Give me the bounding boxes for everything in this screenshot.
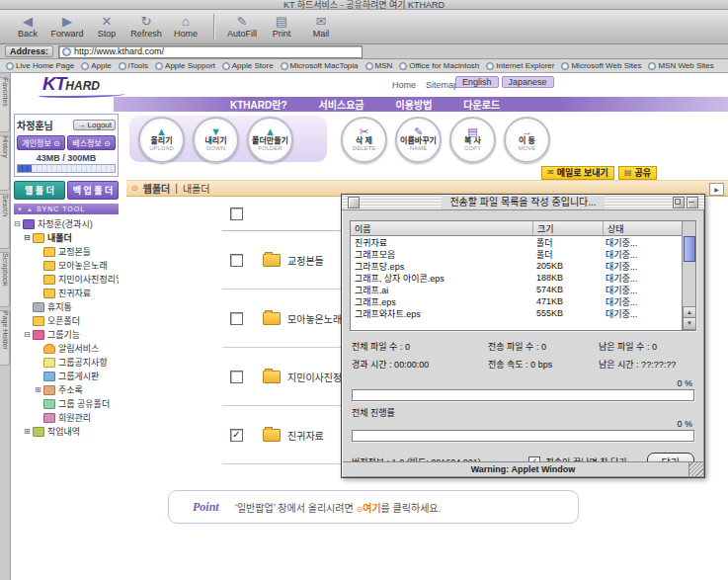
- row-checkbox[interactable]: ✓: [230, 429, 243, 442]
- download-button[interactable]: ▼내리기DOWN: [193, 117, 239, 163]
- favorite-link[interactable]: Office for Macintosh: [399, 61, 479, 70]
- sitemap-link[interactable]: Sitemap: [426, 80, 458, 90]
- file-row[interactable]: 그래프모음폴더대기중...: [351, 248, 683, 260]
- make-folder-button[interactable]: ▲폴더만들기FOLDER: [247, 117, 293, 163]
- folder-name[interactable]: 교정본들: [287, 253, 324, 268]
- favorite-link[interactable]: Internet Explorer: [486, 61, 554, 70]
- scroll-down-arrow[interactable]: ▼: [683, 317, 696, 330]
- expander-icon[interactable]: ⊞: [35, 383, 43, 397]
- elapsed-time: 경과 시간 : 00:00:00: [352, 358, 488, 371]
- favorite-link[interactable]: Apple: [81, 61, 111, 70]
- autofill-button[interactable]: ✎AutoFill: [222, 15, 262, 39]
- here-link[interactable]: 여기: [363, 503, 380, 514]
- tree-item[interactable]: 교정본들: [14, 245, 119, 259]
- home-link[interactable]: Home: [392, 80, 416, 90]
- send-mail-button[interactable]: ✉메일로 보내기: [541, 166, 614, 180]
- nav-howto[interactable]: 이용방법: [396, 97, 433, 112]
- service-info-button[interactable]: 베스정보 ⊙: [67, 135, 116, 150]
- favorite-link[interactable]: iTools: [119, 61, 148, 70]
- expander-icon[interactable]: ⊟: [24, 231, 33, 245]
- folder-name[interactable]: 모아놓은노래: [287, 311, 342, 326]
- tree-item[interactable]: 회원관리: [14, 411, 119, 425]
- print-button[interactable]: ▤Print: [262, 15, 301, 39]
- personal-info-button[interactable]: 개인정보 ⊙: [17, 135, 65, 150]
- tree-item-trash[interactable]: 휴지통: [14, 300, 119, 314]
- forward-button[interactable]: ▶Forward: [47, 15, 87, 39]
- select-all-checkbox[interactable]: [230, 207, 243, 220]
- rename-button[interactable]: ✎이름바꾸기NAME: [395, 117, 442, 163]
- file-row[interactable]: 그라프당.eps205KB대기중...: [351, 260, 683, 272]
- nav-download[interactable]: 다운로드: [463, 97, 500, 112]
- tree-item[interactable]: 진귀자료: [14, 287, 119, 300]
- tab-search[interactable]: Search: [0, 194, 10, 249]
- tab-history[interactable]: History: [0, 135, 10, 191]
- japanese-button[interactable]: Japanese: [502, 76, 554, 88]
- row-checkbox[interactable]: [230, 371, 243, 383]
- logout-button[interactable]: → Logout: [73, 120, 116, 130]
- file-row[interactable]: 그래프.ai574KB대기중...: [351, 284, 683, 295]
- folder-name[interactable]: 진귀자료: [287, 428, 324, 443]
- address-input[interactable]: http://www.kthard.com/: [58, 45, 363, 58]
- row-checkbox[interactable]: [230, 254, 243, 267]
- tree-item[interactable]: 그룹 공유폴더: [14, 397, 119, 411]
- favorite-link[interactable]: Apple Store: [222, 61, 274, 70]
- tree-item[interactable]: 알림서비스: [14, 342, 119, 356]
- backup-folder-button[interactable]: 백 업 폴 더: [67, 181, 119, 200]
- window-titlebar[interactable]: KT 하드서비스 - 공유하려면 여기 KTHARD: [0, 0, 728, 10]
- delete-button[interactable]: ✂삭 제DELETE: [341, 117, 387, 163]
- tab-page-holder[interactable]: Page Holder: [0, 310, 10, 366]
- scrollbar-thumb[interactable]: [684, 236, 695, 262]
- expander-icon[interactable]: ⊟: [14, 217, 23, 231]
- tab-favorites[interactable]: Favorites: [0, 77, 10, 132]
- tree-item[interactable]: 지민이사진정리일부: [14, 273, 119, 287]
- tab-scrapbook[interactable]: Scrapbook: [0, 252, 10, 307]
- breadcrumb-current-folder[interactable]: 내폴더: [183, 181, 210, 196]
- window-close-box[interactable]: [348, 197, 360, 208]
- favorite-link[interactable]: Apple Support: [155, 61, 215, 70]
- favorite-link[interactable]: Live Home Page: [6, 61, 74, 70]
- move-button[interactable]: →이 동MOVE: [504, 117, 550, 163]
- back-button[interactable]: ◀Back: [8, 15, 47, 39]
- tree-item-open-folder[interactable]: 오픈폴더: [14, 314, 119, 328]
- breadcrumb-web-folder[interactable]: 웹폴더: [143, 181, 171, 196]
- nav-about[interactable]: KTHARD란?: [230, 97, 287, 112]
- expander-icon[interactable]: ⊞: [24, 425, 33, 439]
- tree-item[interactable]: 모아놓은노래: [14, 259, 119, 273]
- favorite-link[interactable]: Microsoft MacTopia: [281, 61, 359, 70]
- resize-grip[interactable]: [688, 461, 703, 476]
- mail-icon: ✉: [301, 15, 341, 29]
- sync-toolbar[interactable]: ▼ ▲ SYNC TOOL: [14, 204, 119, 214]
- window-collapse-box[interactable]: [687, 197, 698, 208]
- tree-item[interactable]: ⊞주소록: [14, 383, 119, 397]
- expand-right-button[interactable]: ▶: [709, 183, 724, 196]
- web-folder-button[interactable]: 웹 폴 더: [14, 181, 65, 200]
- dialog-titlebar[interactable]: 전송할 파일 목록을 작성 중입니다...: [342, 195, 704, 210]
- home-button[interactable]: ⌂Home: [166, 15, 205, 39]
- copy-button[interactable]: ▤복 사COPY: [449, 117, 496, 163]
- file-row[interactable]: 그래프와차트.eps555KB대기중...: [351, 307, 683, 319]
- action-buttons: ✉메일로 보내기 ▤공유: [126, 166, 728, 179]
- window-zoom-box[interactable]: [673, 197, 685, 208]
- nav-pricing[interactable]: 서비스요금: [319, 97, 364, 112]
- list-scrollbar[interactable]: ▲ ▼: [682, 221, 695, 330]
- tree-item-work-history[interactable]: ⊞작업내역: [14, 425, 119, 439]
- file-row[interactable]: 그래프, 상자 아이콘.eps188KB대기중...: [351, 272, 683, 284]
- refresh-button[interactable]: ↻Refresh: [126, 15, 166, 39]
- favorite-folder-link[interactable]: MSN Web Sites: [648, 61, 713, 70]
- tree-item-group[interactable]: ⊟그룹기능: [14, 328, 119, 342]
- row-checkbox[interactable]: [230, 312, 243, 325]
- file-row[interactable]: 그래프.eps471KB대기중...: [351, 295, 683, 307]
- tree-item[interactable]: 그룹공지사항: [14, 356, 119, 370]
- tree-item-root[interactable]: ⊟차정훈(경과시): [14, 217, 119, 231]
- tree-item[interactable]: 그룹게시판: [14, 370, 119, 383]
- favorite-folder-link[interactable]: Microsoft Web Sites: [561, 61, 641, 70]
- upload-button[interactable]: ▲올리기UPLOAD: [138, 117, 185, 163]
- expander-icon[interactable]: ⊟: [24, 328, 33, 342]
- stop-button[interactable]: ✕Stop: [87, 15, 126, 39]
- tree-item-my-folder[interactable]: ⊟내폴더: [14, 231, 119, 245]
- mail-button[interactable]: ✉Mail: [301, 15, 341, 39]
- share-button[interactable]: ▤공유: [618, 166, 657, 180]
- english-button[interactable]: English: [455, 76, 499, 88]
- file-row[interactable]: 진귀자료폴더대기중...: [351, 236, 683, 248]
- favorite-link[interactable]: MSN: [365, 61, 393, 70]
